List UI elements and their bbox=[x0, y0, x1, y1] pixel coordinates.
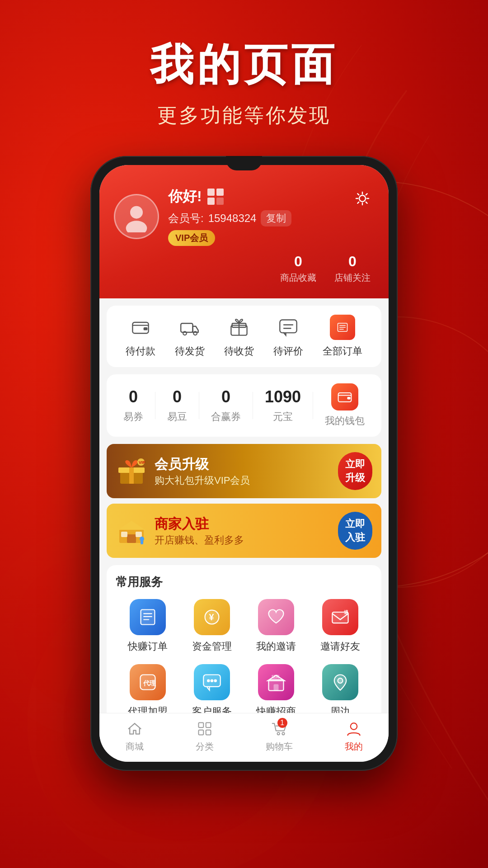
service-item-quick-order[interactable]: 快赚订单 bbox=[116, 599, 180, 653]
svg-text:招商: 招商 bbox=[271, 675, 280, 679]
header-top: 你好! 会员号: bbox=[114, 187, 374, 246]
pending-review-icon bbox=[276, 315, 301, 340]
easy-bean-label: 易豆 bbox=[167, 410, 187, 424]
wallet-icon-circle bbox=[331, 383, 358, 410]
svg-text:VIP: VIP bbox=[139, 460, 145, 465]
gift-icon bbox=[229, 317, 249, 337]
svg-rect-46 bbox=[198, 730, 203, 735]
order-item-pending-ship[interactable]: 待发货 bbox=[175, 315, 205, 358]
nav-item-cart[interactable]: 1 购物车 bbox=[266, 720, 293, 753]
product-favorites-count: 0 bbox=[294, 253, 302, 270]
merchant-join-button[interactable]: 立即入驻 bbox=[338, 512, 372, 550]
nav-categories-label: 分类 bbox=[196, 741, 214, 753]
order-item-pending-review[interactable]: 待评价 bbox=[273, 315, 303, 358]
invite-friend-icon: 退 bbox=[322, 599, 358, 635]
service-item-nearby[interactable]: 周边 bbox=[308, 664, 372, 713]
truck-icon bbox=[180, 317, 200, 337]
my-invite-icon bbox=[258, 599, 294, 635]
svg-point-43 bbox=[338, 678, 343, 683]
svg-point-50 bbox=[350, 723, 357, 729]
service-item-invest[interactable]: 招商 快赚招商 bbox=[244, 664, 308, 713]
user-svg bbox=[346, 721, 362, 737]
wallet-row: 0 易券 0 易豆 0 合赢券 bbox=[117, 383, 371, 428]
my-wallet-item[interactable]: 我的钱包 bbox=[325, 383, 365, 428]
page-title-area: 我的页面 更多功能等你发现 bbox=[0, 0, 488, 129]
agent-icon: 代理 bbox=[130, 664, 166, 700]
nav-item-categories[interactable]: 分类 bbox=[196, 720, 214, 753]
gift-box-svg: VIP bbox=[116, 458, 147, 485]
agent-svg: 代理 bbox=[138, 672, 158, 692]
store-follows-count: 0 bbox=[348, 253, 357, 270]
nearby-label: 周边 bbox=[330, 705, 350, 713]
pending-ship-label: 待发货 bbox=[175, 344, 205, 358]
copy-button[interactable]: 复制 bbox=[261, 210, 291, 226]
pending-pay-label: 待付款 bbox=[126, 344, 155, 358]
nav-item-mall[interactable]: 商城 bbox=[126, 720, 144, 753]
invite-friend-label: 邀请好友 bbox=[320, 640, 360, 653]
order-item-all[interactable]: 全部订单 bbox=[323, 315, 362, 358]
vip-upgrade-banner[interactable]: VIP 会员升级 购大礼包升级VIP会员 立即升级 bbox=[107, 444, 381, 498]
pending-review-label: 待评价 bbox=[273, 344, 303, 358]
easy-bean-item[interactable]: 0 易豆 bbox=[167, 387, 187, 424]
svg-rect-18 bbox=[129, 467, 134, 484]
order-row: 待付款 bbox=[116, 315, 372, 358]
customer-service-label: 客户服务 bbox=[192, 705, 232, 713]
order-item-pending-receive[interactable]: 待收货 bbox=[224, 315, 254, 358]
store-follows-stat[interactable]: 0 店铺关注 bbox=[334, 253, 371, 284]
service-item-my-invite[interactable]: 我的邀请 bbox=[244, 599, 308, 653]
product-favorites-stat[interactable]: 0 商品收藏 bbox=[280, 253, 316, 284]
store-invest-icon: 招商 bbox=[266, 672, 286, 692]
stats-row: 0 商品收藏 0 店铺关注 bbox=[114, 253, 374, 284]
settings-button[interactable] bbox=[351, 187, 374, 210]
header-section: 你好! 会员号: bbox=[99, 165, 389, 298]
svg-rect-47 bbox=[206, 730, 211, 735]
username: 你好! bbox=[168, 187, 202, 207]
svg-rect-44 bbox=[198, 723, 203, 728]
grid-icon bbox=[196, 720, 214, 738]
banner-section: VIP 会员升级 购大礼包升级VIP会员 立即升级 bbox=[107, 444, 381, 558]
pending-receive-icon bbox=[226, 315, 252, 340]
chat-bubble-icon bbox=[202, 672, 222, 692]
product-favorites-label: 商品收藏 bbox=[280, 272, 316, 284]
svg-point-26 bbox=[140, 537, 144, 541]
phone-frame: 你好! 会员号: bbox=[90, 156, 398, 771]
nav-item-mine[interactable]: 我的 bbox=[345, 720, 363, 753]
avatar[interactable] bbox=[114, 194, 159, 239]
joint-coupon-item[interactable]: 0 合赢券 bbox=[211, 387, 241, 424]
service-item-invite-friend[interactable]: 退 邀请好友 bbox=[308, 599, 372, 653]
vip-banner-left: VIP 会员升级 购大礼包升级VIP会员 bbox=[116, 455, 250, 487]
phone-screen: 你好! 会员号: bbox=[99, 165, 389, 762]
service-item-customer-service[interactable]: 客户服务 bbox=[180, 664, 244, 713]
merchant-banner[interactable]: 商家入驻 开店赚钱、盈利多多 立即入驻 bbox=[107, 504, 381, 558]
merchant-banner-main-text: 商家入驻 bbox=[155, 515, 244, 533]
nav-mine-label: 我的 bbox=[345, 741, 363, 753]
svg-rect-7 bbox=[181, 323, 192, 332]
order-section: 待付款 bbox=[107, 306, 381, 367]
order-item-pending-pay[interactable]: 待付款 bbox=[126, 315, 155, 358]
nearby-icon bbox=[322, 664, 358, 700]
service-item-agent[interactable]: 代理 代理加盟 bbox=[116, 664, 180, 713]
easy-coupon-item[interactable]: 0 易券 bbox=[123, 387, 143, 424]
all-orders-label: 全部订单 bbox=[323, 344, 362, 358]
svg-text:代理: 代理 bbox=[143, 679, 156, 687]
service-item-fund-mgmt[interactable]: ¥ 资金管理 bbox=[180, 599, 244, 653]
screen-content: 你好! 会员号: bbox=[99, 165, 389, 762]
location-icon bbox=[330, 672, 350, 692]
wallet-divider-1 bbox=[155, 392, 155, 419]
member-id-value: 15948324 bbox=[208, 212, 257, 225]
yuanbao-label: 元宝 bbox=[273, 410, 293, 424]
yuanbao-item[interactable]: 1090 元宝 bbox=[265, 387, 301, 424]
wallet-icon bbox=[131, 317, 150, 337]
fund-mgmt-icon: ¥ bbox=[194, 599, 230, 635]
vip-upgrade-button[interactable]: 立即升级 bbox=[338, 452, 372, 490]
merchant-banner-left: 商家入驻 开店赚钱、盈利多多 bbox=[116, 515, 244, 547]
svg-rect-12 bbox=[280, 320, 296, 333]
svg-rect-15 bbox=[347, 397, 350, 399]
qr-code-icon[interactable] bbox=[207, 189, 224, 205]
vip-banner-sub-text: 购大礼包升级VIP会员 bbox=[155, 474, 250, 487]
svg-rect-23 bbox=[127, 534, 136, 543]
list-icon bbox=[336, 319, 349, 336]
gear-icon bbox=[353, 189, 371, 208]
chat-icon bbox=[278, 317, 298, 337]
wallet-circle-icon bbox=[337, 389, 353, 405]
